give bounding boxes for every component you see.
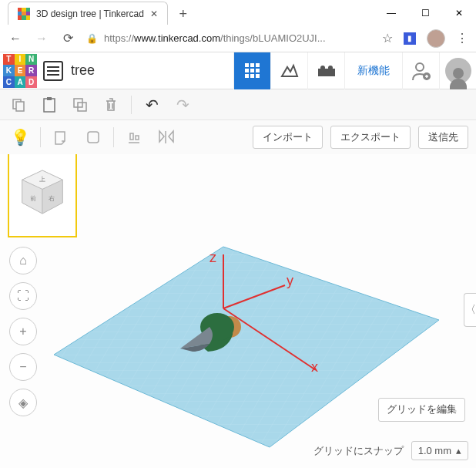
back-button[interactable]: ←: [8, 32, 23, 45]
url-host: www.tinkercad.com: [134, 32, 220, 44]
ortho-toggle-button[interactable]: ◈: [9, 389, 37, 416]
svg-rect-5: [256, 69, 260, 72]
extension-icon[interactable]: ▮: [404, 32, 416, 45]
mirror-icon[interactable]: [154, 125, 179, 150]
forward-button[interactable]: →: [34, 32, 49, 45]
canvas-viewport[interactable]: 上 前 右 ⌂ ⛶ + − ◈: [0, 154, 476, 468]
lock-icon: 🔒: [86, 33, 98, 44]
svg-rect-17: [47, 97, 52, 100]
tree-object[interactable]: [177, 301, 262, 365]
snap-label: グリッドにスナップ: [313, 444, 404, 458]
nav-buttons: ⌂ ⛶ + − ◈: [9, 247, 37, 416]
svg-rect-1: [250, 63, 254, 67]
address-bar: ← → ⟳ 🔒 https://www.tinkercad.com/things…: [0, 25, 476, 52]
reload-button[interactable]: ⟳: [60, 31, 75, 45]
svg-rect-9: [318, 69, 335, 76]
paste-button[interactable]: [39, 94, 60, 116]
favicon-icon: [18, 8, 30, 20]
svg-rect-4: [250, 69, 254, 72]
view-toolbar: 💡 インポート エクスポート 送信先: [0, 120, 476, 154]
import-button[interactable]: インポート: [253, 126, 323, 149]
document-name[interactable]: tree: [71, 62, 95, 79]
svg-rect-2: [256, 63, 260, 67]
document-icon[interactable]: [43, 61, 63, 81]
viewcube-front: 前: [30, 195, 36, 202]
svg-rect-0: [245, 63, 249, 67]
viewcube[interactable]: 上 前 右: [8, 154, 77, 237]
url-box[interactable]: 🔒 https://www.tinkercad.com/things/bLUAM…: [86, 32, 371, 44]
tab-title: 3D design tree | Tinkercad: [36, 8, 144, 19]
viewcube-right: 右: [49, 195, 55, 202]
close-window-button[interactable]: ✕: [442, 2, 476, 25]
collaborate-button[interactable]: [402, 52, 439, 89]
edit-toolbar: ↶ ↷: [0, 89, 476, 120]
snap-value: 1.0 mm: [418, 445, 451, 456]
browser-titlebar: 3D design tree | Tinkercad ✕ + — ☐ ✕: [0, 0, 476, 25]
delete-button[interactable]: [100, 94, 122, 116]
svg-rect-16: [44, 99, 55, 112]
svg-point-12: [416, 63, 424, 71]
notes-icon[interactable]: [49, 125, 73, 150]
send-to-button[interactable]: 送信先: [418, 126, 468, 149]
zoom-in-button[interactable]: +: [9, 318, 37, 345]
url-path: /things/bLUAMIO2UJI...: [220, 32, 326, 44]
panel-expand-handle[interactable]: 〈: [464, 293, 476, 327]
svg-rect-7: [250, 74, 254, 78]
align-icon[interactable]: [122, 125, 146, 150]
svg-rect-8: [256, 74, 260, 78]
group-icon[interactable]: [81, 125, 106, 150]
viewcube-top: 上: [39, 176, 45, 183]
export-button[interactable]: エクスポート: [330, 126, 411, 149]
app-header: TIN KER CAD tree 新機能: [0, 52, 476, 89]
copy-button[interactable]: [8, 94, 29, 116]
redo-button[interactable]: ↷: [172, 94, 193, 116]
svg-rect-3: [245, 69, 249, 72]
close-tab-icon[interactable]: ✕: [150, 8, 158, 19]
bricks-mode-button[interactable]: [307, 52, 344, 89]
snap-dropdown[interactable]: 1.0 mm ▴: [411, 441, 468, 460]
design-mode-button[interactable]: [233, 52, 270, 89]
snap-bar: グリッドにスナップ 1.0 mm ▴: [313, 441, 468, 460]
svg-point-10: [320, 66, 325, 70]
maximize-button[interactable]: ☐: [408, 2, 442, 25]
bookmark-icon[interactable]: ☆: [382, 31, 393, 45]
bulb-icon[interactable]: 💡: [8, 125, 32, 150]
svg-rect-6: [245, 74, 249, 78]
user-menu[interactable]: [439, 52, 476, 89]
new-feature-button[interactable]: 新機能: [344, 52, 402, 89]
url-prefix: https://: [104, 32, 134, 44]
edit-grid-button[interactable]: グリッドを編集: [378, 398, 465, 422]
browser-menu-icon[interactable]: ⋮: [456, 31, 468, 45]
svg-rect-15: [16, 102, 24, 111]
new-tab-button[interactable]: +: [173, 3, 194, 25]
profile-avatar[interactable]: [427, 29, 445, 48]
browser-tab[interactable]: 3D design tree | Tinkercad ✕: [8, 2, 168, 25]
tinkercad-logo[interactable]: TIN KER CAD: [3, 54, 37, 88]
zoom-out-button[interactable]: −: [9, 353, 37, 381]
fit-view-button[interactable]: ⛶: [9, 282, 37, 310]
user-avatar-icon: [445, 58, 471, 84]
svg-rect-20: [88, 132, 99, 143]
minimize-button[interactable]: —: [374, 2, 408, 25]
svg-point-11: [328, 66, 333, 70]
duplicate-button[interactable]: [69, 94, 91, 116]
chevron-up-icon: ▴: [456, 445, 461, 456]
undo-button[interactable]: ↶: [141, 94, 163, 116]
window-controls: — ☐ ✕: [374, 2, 476, 25]
blocks-mode-button[interactable]: [270, 52, 307, 89]
home-view-button[interactable]: ⌂: [9, 247, 37, 274]
